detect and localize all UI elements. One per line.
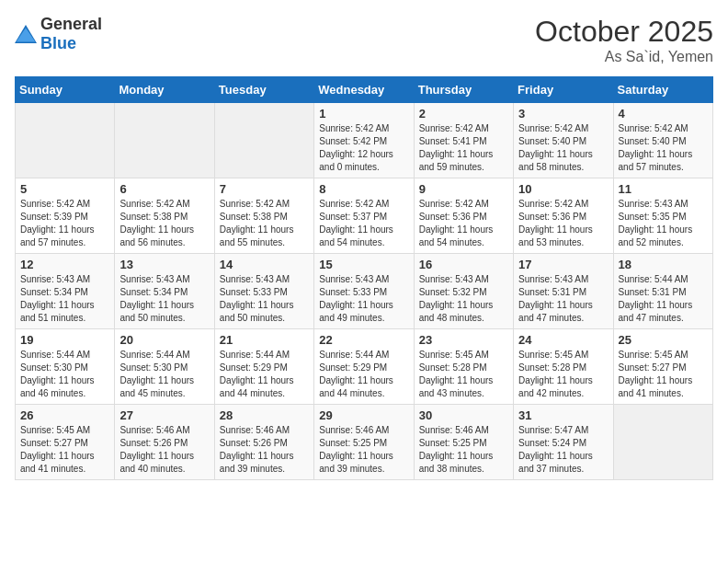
day-cell: 14Sunrise: 5:43 AM Sunset: 5:33 PM Dayli… [214,254,313,329]
day-number: 28 [220,408,309,422]
day-cell: 12Sunrise: 5:43 AM Sunset: 5:34 PM Dayli… [16,254,115,329]
day-info: Sunrise: 5:42 AM Sunset: 5:36 PM Dayligh… [419,198,508,249]
weekday-header-wednesday: Wednesday [314,77,414,103]
day-number: 21 [220,333,309,347]
calendar-body: 1Sunrise: 5:42 AM Sunset: 5:42 PM Daylig… [16,103,713,480]
day-cell: 21Sunrise: 5:44 AM Sunset: 5:29 PM Dayli… [214,329,313,405]
day-number: 30 [419,408,508,422]
day-info: Sunrise: 5:43 AM Sunset: 5:33 PM Dayligh… [220,273,309,325]
day-number: 14 [220,258,309,271]
day-info: Sunrise: 5:44 AM Sunset: 5:30 PM Dayligh… [119,349,209,400]
day-info: Sunrise: 5:42 AM Sunset: 5:41 PM Dayligh… [419,122,508,174]
day-number: 23 [419,333,508,347]
day-info: Sunrise: 5:42 AM Sunset: 5:40 PM Dayligh… [518,122,608,174]
day-number: 15 [319,258,408,271]
day-cell: 28Sunrise: 5:46 AM Sunset: 5:26 PM Dayli… [214,405,313,480]
location-title: As Sa`id, Yemen [535,49,713,65]
calendar-header: SundayMondayTuesdayWednesdayThursdayFrid… [16,77,713,103]
day-info: Sunrise: 5:45 AM Sunset: 5:28 PM Dayligh… [518,349,608,400]
day-info: Sunrise: 5:45 AM Sunset: 5:28 PM Dayligh… [419,349,508,400]
day-number: 27 [119,408,209,422]
day-info: Sunrise: 5:44 AM Sunset: 5:29 PM Dayligh… [319,349,408,400]
day-number: 3 [518,107,608,121]
day-cell: 8Sunrise: 5:42 AM Sunset: 5:37 PM Daylig… [314,178,414,254]
day-info: Sunrise: 5:43 AM Sunset: 5:34 PM Dayligh… [119,273,209,325]
day-info: Sunrise: 5:46 AM Sunset: 5:25 PM Dayligh… [419,424,508,476]
day-cell: 13Sunrise: 5:43 AM Sunset: 5:34 PM Dayli… [115,254,214,329]
day-cell [115,103,214,178]
day-cell: 6Sunrise: 5:42 AM Sunset: 5:38 PM Daylig… [115,178,214,254]
day-number: 25 [619,333,708,347]
day-info: Sunrise: 5:42 AM Sunset: 5:42 PM Dayligh… [319,122,408,174]
day-cell: 31Sunrise: 5:47 AM Sunset: 5:24 PM Dayli… [514,405,613,480]
day-number: 7 [220,182,309,196]
day-cell: 1Sunrise: 5:42 AM Sunset: 5:42 PM Daylig… [314,103,414,178]
day-number: 31 [518,408,608,422]
day-info: Sunrise: 5:45 AM Sunset: 5:27 PM Dayligh… [619,349,708,400]
day-cell: 17Sunrise: 5:43 AM Sunset: 5:31 PM Dayli… [514,254,613,329]
day-number: 18 [619,258,708,271]
day-number: 11 [619,182,708,196]
weekday-header-tuesday: Tuesday [214,77,313,103]
day-cell: 16Sunrise: 5:43 AM Sunset: 5:32 PM Dayli… [414,254,513,329]
logo-blue: Blue [40,34,76,52]
day-number: 9 [419,182,508,196]
day-cell: 27Sunrise: 5:46 AM Sunset: 5:26 PM Dayli… [115,405,214,480]
day-cell: 29Sunrise: 5:46 AM Sunset: 5:25 PM Dayli… [314,405,414,480]
day-cell: 24Sunrise: 5:45 AM Sunset: 5:28 PM Dayli… [514,329,613,405]
day-cell: 11Sunrise: 5:43 AM Sunset: 5:35 PM Dayli… [613,178,712,254]
day-cell [214,103,313,178]
day-cell: 10Sunrise: 5:42 AM Sunset: 5:36 PM Dayli… [514,178,613,254]
day-cell: 9Sunrise: 5:42 AM Sunset: 5:36 PM Daylig… [414,178,513,254]
title-area: October 2025 As Sa`id, Yemen [535,15,713,65]
day-number: 4 [619,107,708,121]
day-info: Sunrise: 5:45 AM Sunset: 5:27 PM Dayligh… [20,424,109,476]
day-info: Sunrise: 5:43 AM Sunset: 5:35 PM Dayligh… [619,198,708,249]
day-cell: 23Sunrise: 5:45 AM Sunset: 5:28 PM Dayli… [414,329,513,405]
day-info: Sunrise: 5:46 AM Sunset: 5:25 PM Dayligh… [319,424,408,476]
day-cell [613,405,712,480]
day-info: Sunrise: 5:46 AM Sunset: 5:26 PM Dayligh… [220,424,309,476]
weekday-header-saturday: Saturday [613,77,712,103]
weekday-header-sunday: Sunday [16,77,115,103]
day-info: Sunrise: 5:44 AM Sunset: 5:30 PM Dayligh… [20,349,109,400]
day-info: Sunrise: 5:44 AM Sunset: 5:31 PM Dayligh… [619,273,708,325]
weekday-header-thursday: Thursday [414,77,513,103]
day-cell: 3Sunrise: 5:42 AM Sunset: 5:40 PM Daylig… [514,103,613,178]
week-row-2: 5Sunrise: 5:42 AM Sunset: 5:39 PM Daylig… [16,178,713,254]
day-cell: 5Sunrise: 5:42 AM Sunset: 5:39 PM Daylig… [16,178,115,254]
calendar: SundayMondayTuesdayWednesdayThursdayFrid… [15,76,713,480]
day-number: 20 [119,333,209,347]
day-number: 29 [319,408,408,422]
logo-icon [15,25,37,43]
day-number: 24 [518,333,608,347]
weekday-header-friday: Friday [514,77,613,103]
day-number: 26 [20,408,109,422]
day-number: 12 [20,258,109,271]
weekday-row: SundayMondayTuesdayWednesdayThursdayFrid… [16,77,713,103]
day-info: Sunrise: 5:43 AM Sunset: 5:31 PM Dayligh… [518,273,608,325]
day-cell: 30Sunrise: 5:46 AM Sunset: 5:25 PM Dayli… [414,405,513,480]
day-cell: 15Sunrise: 5:43 AM Sunset: 5:33 PM Dayli… [314,254,414,329]
day-cell: 25Sunrise: 5:45 AM Sunset: 5:27 PM Dayli… [613,329,712,405]
day-number: 22 [319,333,408,347]
header: General Blue October 2025 As Sa`id, Yeme… [15,15,713,65]
logo: General Blue [15,15,102,53]
day-number: 17 [518,258,608,271]
day-number: 16 [419,258,508,271]
day-number: 19 [20,333,109,347]
day-info: Sunrise: 5:42 AM Sunset: 5:39 PM Dayligh… [20,198,109,249]
day-info: Sunrise: 5:42 AM Sunset: 5:38 PM Dayligh… [119,198,209,249]
week-row-1: 1Sunrise: 5:42 AM Sunset: 5:42 PM Daylig… [16,103,713,178]
day-info: Sunrise: 5:43 AM Sunset: 5:33 PM Dayligh… [319,273,408,325]
svg-marker-1 [17,28,36,41]
day-info: Sunrise: 5:42 AM Sunset: 5:36 PM Dayligh… [518,198,608,249]
day-info: Sunrise: 5:43 AM Sunset: 5:32 PM Dayligh… [419,273,508,325]
day-number: 10 [518,182,608,196]
day-cell: 7Sunrise: 5:42 AM Sunset: 5:38 PM Daylig… [214,178,313,254]
day-cell: 19Sunrise: 5:44 AM Sunset: 5:30 PM Dayli… [16,329,115,405]
day-info: Sunrise: 5:42 AM Sunset: 5:37 PM Dayligh… [319,198,408,249]
day-cell: 20Sunrise: 5:44 AM Sunset: 5:30 PM Dayli… [115,329,214,405]
logo-general: General [40,15,102,33]
week-row-3: 12Sunrise: 5:43 AM Sunset: 5:34 PM Dayli… [16,254,713,329]
